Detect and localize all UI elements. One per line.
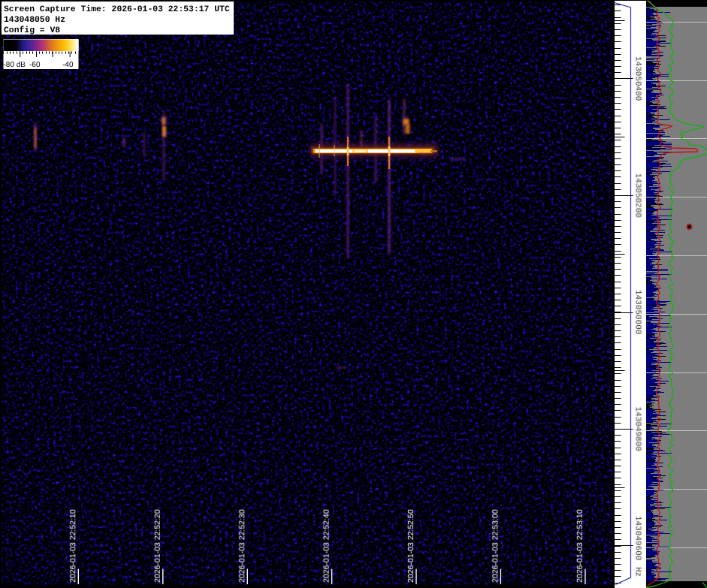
svg-text:Screen Capture Time: 2026-01-0: Screen Capture Time: 2026-01-03 22:53:17… [4, 5, 230, 14]
svg-text:2026-01-03 22:53:00: 2026-01-03 22:53:00 [491, 509, 500, 583]
svg-text:2026-01-03 22:52:40: 2026-01-03 22:52:40 [322, 509, 331, 583]
svg-text:-40: -40 [62, 61, 74, 69]
svg-text:Config = V8: Config = V8 [4, 26, 60, 35]
svg-text:2026-01-03 22:52:50: 2026-01-03 22:52:50 [406, 509, 415, 583]
svg-text:2026-01-03 22:53:10: 2026-01-03 22:53:10 [576, 509, 585, 583]
svg-text:2026-01-03 22:52:20: 2026-01-03 22:52:20 [153, 509, 162, 583]
svg-text:-60: -60 [29, 61, 41, 69]
svg-text:143049800: 143049800 [633, 407, 642, 451]
svg-text:-80 dB: -80 dB [4, 61, 26, 69]
svg-text:143050200: 143050200 [633, 173, 642, 218]
svg-text:143049600: 143049600 [633, 516, 642, 560]
svg-text:143048050 Hz: 143048050 Hz [4, 16, 65, 25]
svg-text:2026-01-03 22:52:30: 2026-01-03 22:52:30 [237, 509, 246, 583]
svg-text:143050400: 143050400 [633, 56, 642, 101]
svg-text:Hz: Hz [633, 567, 642, 577]
svg-text:143050000: 143050000 [633, 290, 642, 334]
svg-text:2026-01-03 22:52:10: 2026-01-03 22:52:10 [68, 509, 77, 583]
